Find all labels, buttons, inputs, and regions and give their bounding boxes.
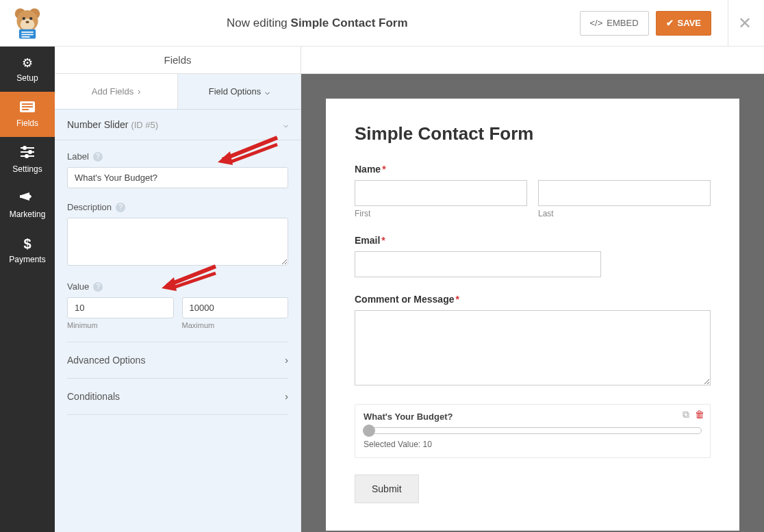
top-header: Now editing Simple Contact Form </> EMBE… [0,0,764,47]
label-group: Label ? [55,140,301,191]
tab-add-fields[interactable]: Add Fields › [55,74,178,109]
help-icon[interactable]: ? [93,152,103,162]
svg-rect-21 [20,195,22,198]
name-field[interactable]: Name* First Last [355,164,711,218]
dollar-icon: $ [23,236,31,252]
app-logo [0,5,55,41]
form-icon [20,101,35,116]
value-label: Value ? [67,281,288,292]
form-preview: Simple Contact Form Name* First Last [326,99,739,531]
min-value-input[interactable] [67,297,174,318]
field-id: (ID #5) [131,120,158,130]
field-header[interactable]: Number Slider (ID #5) ⌵ [55,110,301,140]
svg-point-3 [21,18,35,30]
slider-thumb[interactable] [363,425,375,437]
submit-button[interactable]: Submit [355,474,419,503]
label-input[interactable] [67,167,288,188]
help-icon[interactable]: ? [116,203,125,212]
preview-canvas: Simple Contact Form Name* First Last [301,74,764,532]
embed-button[interactable]: </> EMBED [580,11,649,36]
duplicate-icon[interactable]: ⧉ [683,409,689,420]
embed-label: EMBED [607,18,638,28]
sidebar-label: Payments [9,255,45,264]
label-label: Label ? [67,151,288,162]
tab-field-options[interactable]: Field Options ⌵ [178,74,301,109]
last-name-input[interactable] [538,180,711,206]
description-group: Description ? [55,191,301,270]
gear-icon: ⚙ [22,55,33,71]
max-value-input[interactable] [182,297,289,318]
value-group: Value ? Minimum Maximum [55,270,301,332]
name-label: Name [355,164,381,175]
advanced-options-row[interactable]: Advanced Options › [55,342,301,378]
slider-label: What's Your Budget? [364,411,702,422]
svg-point-6 [25,21,29,23]
slider-field[interactable]: ⧉ 🗑 What's Your Budget? Selected Value: … [355,404,711,458]
tab-label: Add Fields [92,86,133,97]
editing-title: Now editing Simple Contact Form [55,16,580,30]
svg-rect-10 [21,36,29,38]
sidebar-label: Fields [16,118,38,128]
first-name-input[interactable] [355,180,527,206]
svg-rect-9 [21,34,33,35]
divider [67,414,288,415]
sidebar-item-payments[interactable]: $ Payments [0,227,55,273]
slider-value-display: Selected Value: 10 [364,440,702,449]
chevron-right-icon: › [285,391,288,402]
required-asterisk: * [381,235,385,246]
conditionals-row[interactable]: Conditionals › [55,379,301,414]
trash-icon[interactable]: 🗑 [695,409,704,420]
comment-label: Comment or Message [355,294,454,305]
close-icon: ✕ [738,14,752,33]
svg-rect-14 [22,109,29,110]
form-title: Simple Contact Form [355,123,711,144]
sidebar-label: Setup [16,73,38,83]
help-icon[interactable]: ? [93,282,103,292]
check-icon: ✔ [666,18,674,28]
tab-label: Field Options [209,86,262,97]
bullhorn-icon [20,191,35,207]
svg-point-20 [25,155,28,157]
svg-rect-13 [22,106,33,107]
comment-input[interactable] [355,310,711,385]
sidebar-item-fields[interactable]: Fields [0,92,55,137]
editing-prefix: Now editing [227,16,291,29]
preview-header-spacer [301,47,764,74]
bear-logo-icon [10,5,45,41]
panel-title: Fields [55,47,301,74]
max-label: Maximum [182,321,289,329]
description-label: Description ? [67,202,288,212]
field-type-name: Number Slider [67,119,128,130]
svg-point-16 [23,147,26,149]
last-hint: Last [538,209,711,218]
svg-rect-12 [22,103,33,105]
close-button[interactable]: ✕ [728,0,752,47]
main-sidebar: ⚙ Setup Fields Settings Marketing $ Paym… [0,47,55,532]
required-asterisk: * [455,294,459,305]
panel-tabs: Add Fields › Field Options ⌵ [55,74,301,110]
comment-field[interactable]: Comment or Message* [355,294,711,388]
options-panel: Fields Add Fields › Field Options ⌵ Numb… [55,47,301,532]
editing-form-name: Simple Contact Form [291,16,408,29]
svg-point-5 [29,16,32,19]
sidebar-item-setup[interactable]: ⚙ Setup [0,47,55,92]
chevron-down-icon: ⌵ [283,120,288,129]
description-input[interactable] [67,218,288,266]
preview-area: Simple Contact Form Name* First Last [301,47,764,532]
sidebar-label: Marketing [10,210,46,219]
email-field[interactable]: Email* [355,235,711,277]
chevron-down-icon: ⌵ [265,87,270,97]
svg-point-18 [29,151,31,153]
save-button[interactable]: ✔ SAVE [656,11,711,36]
sidebar-item-settings[interactable]: Settings [0,137,55,182]
sidebar-item-marketing[interactable]: Marketing [0,182,55,227]
sliders-icon [21,146,34,162]
panel-body: Number Slider (ID #5) ⌵ Label ? [55,110,301,532]
email-input[interactable] [355,251,601,277]
email-label: Email [355,235,380,246]
min-label: Minimum [67,321,174,329]
required-asterisk: * [382,164,385,175]
slider-track[interactable] [364,427,702,434]
svg-rect-8 [21,31,33,33]
chevron-right-icon: › [285,355,288,366]
